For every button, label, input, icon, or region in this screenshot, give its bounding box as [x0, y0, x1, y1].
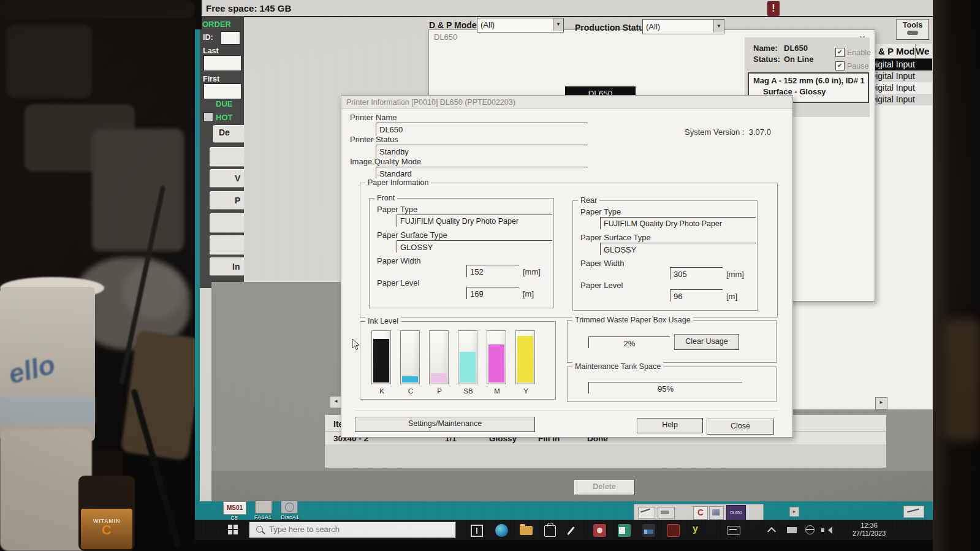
disc-glyph — [285, 503, 294, 512]
paper-type-field: FUJIFILM Quality Dry Photo Paper — [600, 217, 756, 229]
first-name-label: First — [203, 75, 219, 83]
cell-mode: Digital Input — [869, 59, 916, 70]
tool-icon[interactable] — [709, 506, 724, 520]
pen-glyph — [640, 509, 650, 513]
column-header-we[interactable]: We — [916, 44, 932, 59]
chevron-down-icon[interactable]: ▼ — [713, 20, 724, 32]
hot-label: HOT — [216, 113, 232, 122]
app-icon-green[interactable] — [618, 524, 631, 537]
bottle-cap — [93, 450, 123, 479]
ink-fill — [460, 352, 476, 382]
system-version-label: System Version : — [685, 127, 745, 137]
dialog-title-bar[interactable]: Printer Information [P0010] DL650 (PPTE0… — [341, 96, 792, 109]
paper-level-label: Paper Level — [580, 281, 623, 290]
sidebar-button-4[interactable] — [210, 213, 244, 233]
y-app-icon[interactable]: y — [693, 523, 698, 534]
printer-tool-icon[interactable] — [658, 507, 675, 519]
sidebar-button-2[interactable]: V — [210, 169, 244, 188]
start-button[interactable] — [228, 525, 238, 535]
hot-checkbox[interactable] — [203, 112, 213, 122]
edge-browser-icon[interactable] — [495, 524, 508, 537]
search-input[interactable] — [268, 524, 448, 534]
sidebar-button-1[interactable] — [210, 147, 244, 167]
bucket-band — [0, 397, 95, 423]
alert-exclamation-icon[interactable]: ! — [767, 1, 780, 16]
app-icon-red-frame[interactable] — [667, 524, 680, 537]
dp-mode-dropdown[interactable]: (All) ▼ — [477, 18, 564, 32]
network-globe-icon[interactable] — [805, 525, 815, 534]
maintenance-tank-group: Maintenance Tank Space 95% — [567, 367, 777, 402]
help-button[interactable]: Help — [637, 418, 703, 433]
clear-usage-button[interactable]: Clear Usage — [674, 334, 739, 350]
close-button[interactable]: Close — [707, 419, 774, 435]
room-background: ello WITAMIN C — [0, 0, 195, 551]
name-label: Name: — [753, 44, 778, 53]
enable-checkbox[interactable]: ✔ — [835, 48, 845, 57]
tray-device-icon[interactable] — [787, 527, 797, 533]
free-space-label: Free space: 145 GB — [206, 3, 291, 13]
stacked-items — [92, 129, 184, 251]
column-header-dp-mode[interactable]: D & P Mode — [869, 44, 916, 59]
bucket: ello — [0, 287, 95, 441]
production-status-filter-label: Production Status: — [575, 23, 651, 32]
items-panel-lower — [325, 444, 886, 468]
first-name-input[interactable] — [203, 83, 241, 99]
ink-tank-label: P — [430, 387, 449, 395]
note-tool-icon[interactable] — [638, 507, 655, 519]
task-view-icon[interactable] — [471, 525, 483, 537]
plastic-sheen — [123, 264, 184, 319]
pause-checkbox[interactable]: ✔ — [835, 61, 845, 70]
production-status-dropdown[interactable]: (All) ▼ — [642, 19, 724, 34]
ink-tank-label: C — [401, 387, 420, 395]
taskbar-clock[interactable]: 12:36 27/11/2023 — [840, 522, 898, 538]
waste-box-group: Trimmed Waste Paper Box Usage 2% Clear U… — [567, 320, 777, 363]
maintenance-tank-group-label: Maintenance Tank Space — [572, 362, 663, 371]
details-button[interactable]: De — [213, 125, 244, 143]
delete-button[interactable]: Delete — [574, 479, 635, 495]
settings-maintenance-button[interactable]: Settings/Maintenance — [355, 417, 535, 432]
file-explorer-icon[interactable] — [520, 526, 533, 535]
taskbar-search[interactable] — [249, 522, 456, 538]
notes-tray-icon[interactable] — [903, 506, 924, 518]
paper-type-field: FUJIFILM Quality Dry Photo Paper — [397, 215, 552, 227]
paper-type-label: Paper Type — [377, 205, 417, 214]
id-input[interactable] — [221, 31, 240, 45]
microsoft-store-icon[interactable] — [544, 525, 556, 537]
start-glyph — [228, 525, 232, 529]
desktop-icon-ms01[interactable]: MS01 — [223, 501, 246, 515]
scroll-right-button[interactable]: ► — [875, 397, 887, 409]
dl650-app-icon[interactable]: DL650 — [726, 505, 746, 520]
rear-paper-group: Rear Paper Type FUJIFILM Quality Dry Pho… — [572, 200, 758, 311]
app-icon-dark[interactable] — [642, 524, 655, 537]
sidebar-button-5[interactable] — [210, 235, 244, 255]
pen-app-icon[interactable] — [569, 525, 582, 538]
tray-chevron-icon[interactable] — [767, 527, 776, 536]
touch-keyboard-icon[interactable] — [727, 526, 740, 535]
desktop-icon-disca1-image[interactable] — [281, 500, 298, 514]
ink-fill — [373, 339, 389, 382]
bottom-band — [211, 471, 933, 501]
chevron-down-icon[interactable]: ▼ — [553, 18, 563, 31]
ink-tank-k: K — [371, 330, 391, 384]
ink-tank-sb: SB — [458, 330, 477, 384]
id-label: ID: — [203, 33, 213, 42]
cell-mode: Digital Input — [869, 82, 916, 94]
c-app-icon[interactable]: C — [693, 506, 708, 520]
paper-information-group: Paper Information Front Paper Type FUJIF… — [360, 183, 778, 317]
ink-tank-label: SB — [458, 387, 478, 395]
sidebar-button-3[interactable]: P — [210, 191, 244, 210]
search-icon-tail — [262, 531, 265, 534]
sidebar-button-6[interactable]: In — [210, 257, 244, 276]
app-icon-red[interactable] — [593, 524, 606, 537]
last-name-label: Last — [203, 47, 219, 55]
cell-mode: Digital Input — [869, 94, 916, 105]
last-name-input[interactable] — [203, 55, 241, 71]
tools-button[interactable]: Tools — [896, 19, 929, 40]
printer-glyph — [661, 511, 669, 514]
desktop-icon-fa1a1-image[interactable] — [255, 500, 272, 514]
due-label: DUE — [216, 99, 232, 108]
scroll-left-button[interactable]: ◄ — [330, 396, 342, 408]
bottle-label-c: C — [81, 524, 132, 536]
production-status-value: (All) — [646, 22, 660, 31]
toolbar-expand-button[interactable]: ► — [789, 507, 799, 517]
